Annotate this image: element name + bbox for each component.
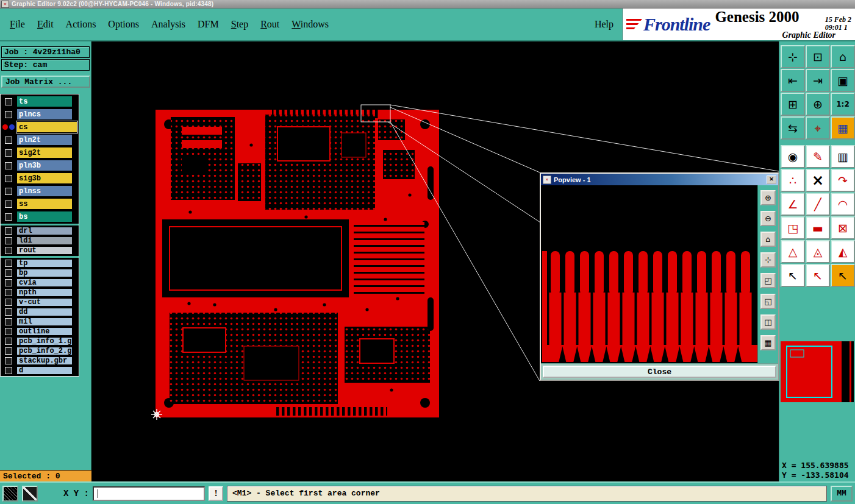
layer-name-plncs[interactable]: plncs	[16, 108, 73, 120]
window-close-icon[interactable]: ✕	[1, 1, 9, 8]
select-arrow-red-button[interactable]: ↖	[806, 264, 830, 287]
layer-name-cs[interactable]: cs	[16, 121, 77, 133]
layer-visibility-checkbox[interactable]	[1, 347, 16, 355]
layer-visibility-checkbox[interactable]	[1, 269, 16, 277]
layer-visibility-checkbox[interactable]	[1, 188, 16, 195]
layer-visibility-checkbox[interactable]	[1, 111, 16, 118]
popview-zoom-out-button[interactable]: ⊖	[760, 211, 776, 226]
popview-prev-button[interactable]: ◰	[760, 273, 776, 288]
window-list-button[interactable]: ▣	[831, 69, 855, 92]
layer-visibility-checkbox[interactable]	[1, 318, 16, 325]
layer-name-pln3b[interactable]: pln3b	[16, 160, 73, 171]
menu-rout[interactable]: Rout	[254, 16, 285, 32]
popview-home-button[interactable]: ⌂	[760, 232, 776, 247]
select-arrow-active-button[interactable]: ↖	[831, 264, 855, 287]
triangle-marker-tool-button[interactable]: ◬	[806, 240, 830, 263]
popview-next-button[interactable]: ◱	[760, 294, 776, 309]
layer-name-bp[interactable]: bp	[16, 269, 73, 277]
layer-row-v-cut[interactable]: v-cut	[1, 297, 79, 307]
pattern-toggle-button[interactable]	[2, 486, 18, 502]
popview-titlebar[interactable]: ✕ Popview - 1 ✕	[541, 174, 778, 185]
layer-row-sig2t[interactable]: sig2t	[1, 146, 79, 159]
layer-visibility-checkbox[interactable]	[1, 260, 16, 267]
layer-name-rout[interactable]: rout	[16, 246, 73, 255]
layer-row-rout[interactable]: rout	[1, 246, 79, 255]
popview-close-button[interactable]: Close	[543, 366, 776, 378]
layer-visibility-checkbox[interactable]	[1, 357, 16, 364]
popview-grid-button[interactable]: ▦	[760, 335, 776, 350]
pan-swap-button[interactable]: ⇆	[781, 116, 805, 140]
menu-step[interactable]: Step	[225, 16, 254, 32]
zoom-ratio-button[interactable]: 1:2	[831, 93, 855, 116]
layer-name-outline[interactable]: outline	[16, 327, 73, 336]
layer-row-ldi[interactable]: ldi	[1, 236, 79, 246]
layer-name-sig2t[interactable]: sig2t	[16, 147, 73, 158]
xy-input[interactable]	[93, 486, 205, 501]
layer-visibility-checkbox[interactable]	[1, 237, 16, 244]
layer-visibility-checkbox[interactable]	[1, 201, 16, 208]
menu-windows[interactable]: Windows	[285, 16, 335, 32]
job-matrix-button[interactable]: Job Matrix ...	[1, 76, 90, 88]
layer-row-sig3b[interactable]: sig3b	[1, 172, 79, 185]
layer-row-mil[interactable]: mil	[1, 317, 79, 327]
layer-visibility-checkbox[interactable]	[1, 227, 16, 235]
popview-fit-button[interactable]: ◫	[760, 314, 776, 330]
layer-name-pln2t[interactable]: pln2t	[16, 134, 73, 146]
dash-tool-button[interactable]: ▬	[806, 216, 830, 240]
layer-row-ts[interactable]: ts	[1, 95, 79, 108]
layer-visibility-checkbox[interactable]	[1, 247, 16, 254]
layer-name-mil[interactable]: mil	[16, 318, 73, 326]
layer-name-ss[interactable]: ss	[16, 198, 73, 210]
layer-name-ts[interactable]: ts	[16, 96, 73, 107]
layer-row-bs[interactable]: bs	[1, 210, 79, 223]
select-arrow-button[interactable]: ↖	[781, 264, 805, 287]
angle-tool-button[interactable]: ∠	[781, 193, 805, 216]
previous-view-button[interactable]: ⇤	[781, 69, 805, 92]
layer-name-drl[interactable]: drl	[16, 227, 73, 235]
bang-button[interactable]: !	[209, 486, 223, 501]
pen-tool-button[interactable]: ✎	[806, 145, 830, 168]
layer-visibility-checkbox[interactable]	[1, 328, 16, 335]
popview-canvas[interactable]	[541, 185, 757, 363]
layer-name-cvia[interactable]: cvia	[16, 279, 73, 287]
layer-visibility-checkbox[interactable]	[1, 175, 16, 182]
triangle-text-tool-button[interactable]: ◭	[831, 240, 855, 263]
circle-tool-button[interactable]: ◉	[781, 145, 805, 168]
layer-row-dd[interactable]: dd	[1, 307, 79, 317]
layer-name-bs[interactable]: bs	[16, 211, 73, 222]
layer-name-ldi[interactable]: ldi	[16, 236, 73, 245]
menu-dfm[interactable]: DFM	[191, 16, 225, 32]
layer-name-v-cut[interactable]: v-cut	[16, 298, 73, 307]
popview-pan-button[interactable]: ⊹	[760, 252, 776, 268]
layer-name-stackup.gbr[interactable]: stackup.gbr	[16, 357, 73, 365]
layer-visibility-checkbox[interactable]	[1, 279, 16, 286]
pad-tool-button[interactable]: ◳	[781, 216, 805, 240]
layer-name-npth[interactable]: npth	[16, 288, 73, 297]
menu-analysis[interactable]: Analysis	[145, 16, 191, 32]
layer-name-plnss[interactable]: plnss	[16, 185, 73, 197]
menu-actions[interactable]: Actions	[60, 16, 102, 32]
layer-row-cvia[interactable]: cvia	[1, 278, 79, 288]
layer-row-npth[interactable]: npth	[1, 288, 79, 297]
layer-visibility-checkbox[interactable]	[1, 162, 16, 169]
home-view-button[interactable]: ⌂	[831, 45, 855, 68]
layer-row-tp[interactable]: tp	[1, 258, 79, 268]
menu-options[interactable]: Options	[102, 16, 145, 32]
layer-visibility-checkbox[interactable]	[1, 338, 16, 345]
layer-visibility-checkbox[interactable]	[1, 213, 16, 221]
triangle-outline-tool-button[interactable]: △	[781, 240, 805, 263]
layer-row-plnss[interactable]: plnss	[1, 185, 79, 197]
popview-close-icon[interactable]: ✕	[767, 176, 776, 184]
menu-file[interactable]: File	[4, 16, 31, 32]
transform-tool-button[interactable]: ⊠	[831, 216, 855, 240]
layer-row-bp[interactable]: bp	[1, 268, 79, 278]
arc-tool-button[interactable]: ◠	[831, 193, 855, 216]
line-mode-button[interactable]	[22, 486, 38, 502]
layer-visibility-checkbox[interactable]	[1, 124, 16, 130]
next-view-button[interactable]: ⇥	[806, 69, 830, 92]
probe-tool-button[interactable]: ⌖	[806, 116, 830, 140]
menu-help[interactable]: Help	[586, 16, 622, 32]
layer-visibility-checkbox[interactable]	[1, 137, 16, 144]
layer-row-outline[interactable]: outline	[1, 327, 79, 336]
layer-row-ss[interactable]: ss	[1, 197, 79, 210]
